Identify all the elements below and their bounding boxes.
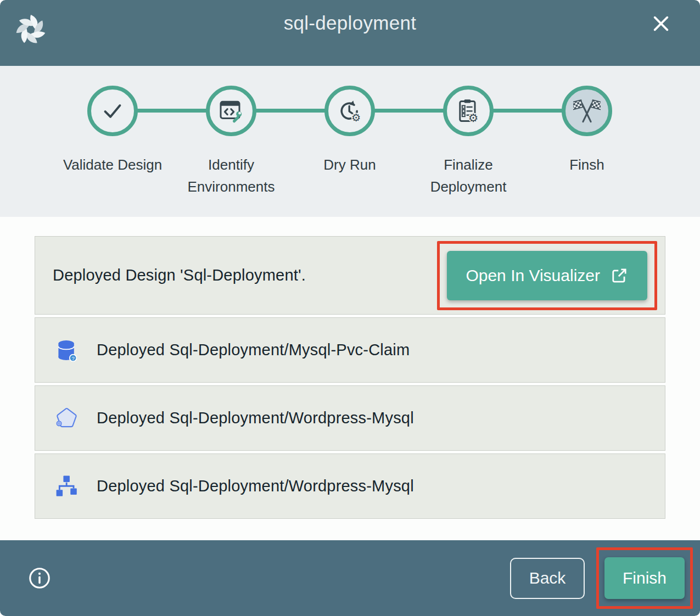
annotation-open-in-visualizer: Open In Visualizer <box>437 241 657 310</box>
modal-header: sql-deployment <box>0 0 700 66</box>
design-result-message: Deployed Design 'Sql-Deployment'. <box>53 266 306 284</box>
back-button[interactable]: Back <box>510 558 585 599</box>
checkered-flags-icon <box>573 97 601 125</box>
check-icon <box>100 98 125 124</box>
design-result-row: Deployed Design 'Sql-Deployment'. Open I… <box>35 236 665 315</box>
step-label: Finsh <box>569 154 604 176</box>
open-in-new-icon <box>610 266 629 285</box>
result-row-pvc: ? Deployed Sql-Deployment/Mysql-Pvc-Clai… <box>35 317 665 383</box>
clipboard-gear-icon: ⚙ <box>455 98 481 124</box>
info-icon <box>27 566 52 590</box>
step-dry-run: ⚙ Dry Run <box>290 86 409 198</box>
step-finalize-deployment: ⚙ Finalize Deployment <box>409 86 528 198</box>
step-identify-environments: Identify Environments <box>172 86 290 198</box>
modal-footer: Back Finish <box>0 540 700 616</box>
close-button[interactable] <box>648 11 674 36</box>
step-finish: Finsh <box>528 86 646 198</box>
step-label: Validate Design <box>63 154 162 176</box>
deployment-results: Deployed Design 'Sql-Deployment'. Open I… <box>0 217 700 540</box>
sync-gear-icon: ⚙ <box>337 98 363 124</box>
step-label: Dry Run <box>323 154 376 176</box>
code-wrench-icon <box>218 98 244 124</box>
database-pvc-icon: ? <box>54 338 79 363</box>
finish-button[interactable]: Finish <box>604 557 685 599</box>
svg-text:?: ? <box>71 355 74 361</box>
close-icon <box>650 13 672 35</box>
result-row-service: Deployed Sql-Deployment/Wordpress-Mysql <box>35 385 665 451</box>
svg-text:⚙: ⚙ <box>351 111 361 124</box>
step-label: Identify Environments <box>173 154 289 198</box>
svg-text:⚙: ⚙ <box>468 111 479 124</box>
annotation-finish: Finish <box>596 547 693 609</box>
modal-title: sql-deployment <box>0 12 700 34</box>
step-label: Finalize Deployment <box>410 154 527 198</box>
deployment-tree-icon <box>54 474 79 499</box>
deployment-wizard-modal: sql-deployment Validate Design <box>0 0 700 616</box>
step-validate-design: Validate Design <box>53 86 172 198</box>
stepper: Validate Design <box>0 66 700 217</box>
result-message: Deployed Sql-Deployment/Mysql-Pvc-Claim <box>97 341 410 359</box>
open-in-visualizer-button[interactable]: Open In Visualizer <box>447 251 647 300</box>
result-message: Deployed Sql-Deployment/Wordpress-Mysql <box>97 477 414 495</box>
result-row-deployment: Deployed Sql-Deployment/Wordpress-Mysql <box>35 453 665 519</box>
info-button[interactable] <box>27 566 52 590</box>
result-message: Deployed Sql-Deployment/Wordpress-Mysql <box>97 409 414 427</box>
service-pentagon-icon <box>54 406 79 431</box>
wrench-glyph <box>232 111 242 124</box>
